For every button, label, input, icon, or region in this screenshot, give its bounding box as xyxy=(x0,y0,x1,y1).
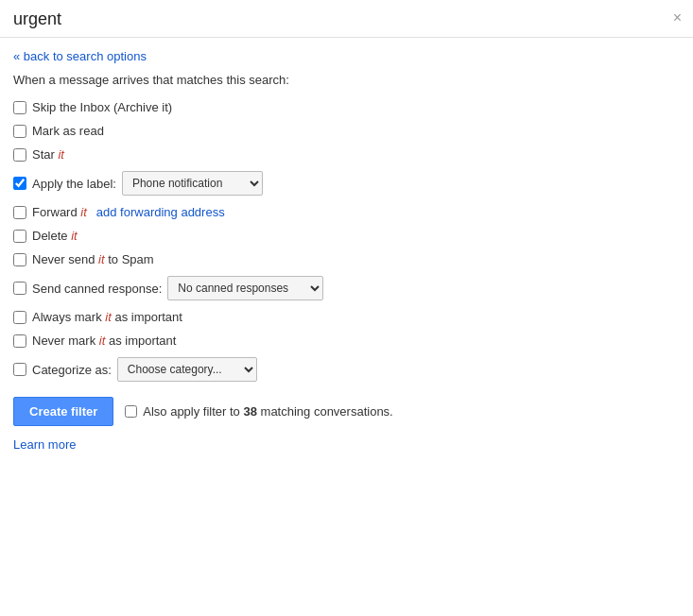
add-forwarding-link[interactable]: add forwarding address xyxy=(96,205,225,219)
never-important-checkbox[interactable] xyxy=(13,334,26,348)
delete-it-checkbox[interactable] xyxy=(13,230,26,243)
option-always-important: Always mark it as important xyxy=(13,310,680,324)
never-spam-checkbox[interactable] xyxy=(13,253,26,266)
star-it-italic: it xyxy=(58,147,64,162)
canned-response-label[interactable]: Send canned response: xyxy=(32,282,162,296)
delete-it-label[interactable]: Delete it xyxy=(32,229,78,243)
option-forward-it: Forward it add forwarding address xyxy=(13,205,680,219)
apply-label-label[interactable]: Apply the label: xyxy=(32,177,116,191)
forward-it-label[interactable]: Forward it xyxy=(32,205,87,219)
footer: Create filter Also apply filter to 38 ma… xyxy=(13,397,680,436)
never-important-label[interactable]: Never mark it as important xyxy=(32,334,176,348)
label-dropdown[interactable]: Phone notification Create new label... xyxy=(122,171,263,196)
star-it-checkbox[interactable] xyxy=(13,148,26,162)
back-link[interactable]: « back to search options xyxy=(13,49,147,63)
always-important-label[interactable]: Always mark it as important xyxy=(32,310,182,324)
delete-it-italic: it xyxy=(71,229,78,243)
window-title: urgent xyxy=(0,0,693,38)
categorize-label[interactable]: Categorize as: xyxy=(32,363,112,377)
canned-response-checkbox[interactable] xyxy=(13,282,26,295)
option-mark-read: Mark as read xyxy=(13,124,680,138)
also-apply-label[interactable]: Also apply filter to 38 matching convers… xyxy=(125,404,392,419)
mark-read-checkbox[interactable] xyxy=(13,125,26,138)
also-apply-checkbox[interactable] xyxy=(125,405,137,418)
create-filter-button[interactable]: Create filter xyxy=(13,397,113,426)
never-important-italic: it xyxy=(99,334,106,348)
mark-read-label[interactable]: Mark as read xyxy=(32,124,104,138)
always-important-italic: it xyxy=(105,310,112,324)
forward-it-italic: it xyxy=(80,205,87,219)
apply-label-checkbox[interactable] xyxy=(13,177,26,190)
option-skip-inbox: Skip the Inbox (Archive it) xyxy=(13,100,680,114)
option-delete-it: Delete it xyxy=(13,229,680,243)
option-star-it: Star it xyxy=(13,147,680,162)
skip-inbox-checkbox[interactable] xyxy=(13,101,26,114)
option-never-spam: Never send it to Spam xyxy=(13,252,680,266)
category-dropdown[interactable]: Choose category... Primary Social Promot… xyxy=(117,357,257,382)
option-canned-response: Send canned response: No canned response… xyxy=(13,276,680,300)
close-button[interactable]: × xyxy=(673,9,682,26)
never-spam-italic: it xyxy=(98,252,105,266)
description: When a message arrives that matches this… xyxy=(13,73,680,87)
option-categorize: Categorize as: Choose category... Primar… xyxy=(13,357,680,382)
never-spam-label[interactable]: Never send it to Spam xyxy=(32,252,154,266)
forward-it-checkbox[interactable] xyxy=(13,206,26,219)
option-apply-label: Apply the label: Phone notification Crea… xyxy=(13,171,680,196)
skip-inbox-label[interactable]: Skip the Inbox (Archive it) xyxy=(32,100,172,114)
option-never-important: Never mark it as important xyxy=(13,334,680,348)
conversation-count: 38 xyxy=(243,404,256,419)
learn-more-link[interactable]: Learn more xyxy=(13,437,680,452)
also-apply-text: Also apply filter to 38 matching convers… xyxy=(143,404,392,419)
star-it-label[interactable]: Star it xyxy=(32,147,64,162)
categorize-checkbox[interactable] xyxy=(13,363,26,376)
canned-response-dropdown[interactable]: No canned responses xyxy=(167,276,323,300)
always-important-checkbox[interactable] xyxy=(13,311,26,324)
